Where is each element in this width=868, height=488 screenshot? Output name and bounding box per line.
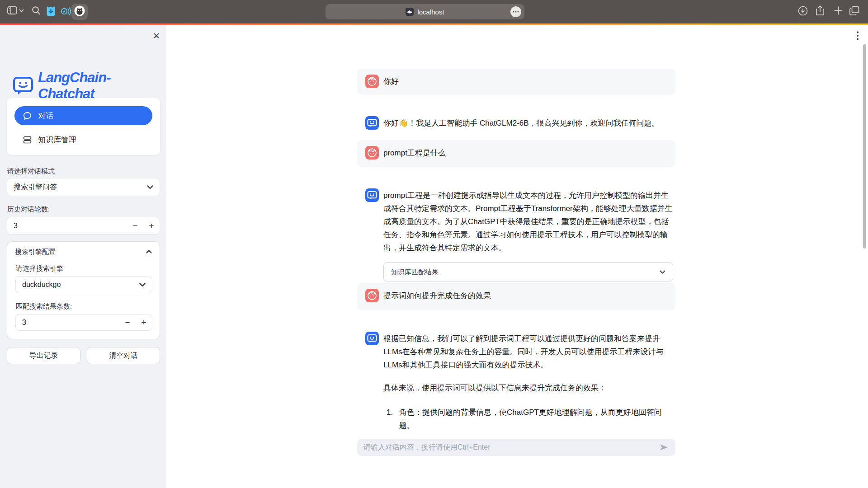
sidebar-chevron-icon[interactable] bbox=[19, 9, 24, 13]
export-records-button[interactable]: 导出记录 bbox=[7, 347, 80, 364]
kb-match-results-expander[interactable]: 知识库匹配结果 bbox=[383, 262, 673, 282]
nav-item-label: 知识库管理 bbox=[38, 135, 76, 145]
message-text: 提示词如何提升完成任务的效果 bbox=[383, 289, 491, 302]
chat-message-user: prompt工程是什么 bbox=[357, 140, 675, 167]
sidebar-toggle-icon[interactable] bbox=[7, 6, 17, 14]
nav-item-dialogue[interactable]: 对话 bbox=[14, 106, 152, 125]
result-count-label: 匹配搜索结果条数: bbox=[16, 302, 72, 311]
export-records-label: 导出记录 bbox=[29, 351, 58, 361]
send-button[interactable] bbox=[658, 442, 669, 452]
result-count-value: 3 bbox=[16, 319, 119, 327]
chevron-up-icon bbox=[146, 250, 152, 253]
message-text: 根据已知信息，我们可以了解到提示词工程可以通过提供更好的问题和答案来提升LLMs… bbox=[383, 332, 667, 371]
github-extension-button[interactable] bbox=[71, 4, 88, 20]
downloads-icon[interactable] bbox=[798, 6, 808, 16]
search-icon[interactable] bbox=[32, 6, 41, 15]
sidebar: ✕ LangChain-Chatchat 对话 知识库管理 请选择对话模式 搜索… bbox=[0, 25, 166, 488]
dialog-mode-value: 搜索引擎问答 bbox=[14, 183, 57, 192]
result-count-input[interactable]: 3 − + bbox=[15, 314, 152, 331]
chat-main-area: 你好 你好👋！我是人工智能助手 ChatGLM2-6B，很高兴见到你，欢迎问我任… bbox=[166, 25, 868, 488]
clear-dialogue-button[interactable]: 清空对话 bbox=[87, 347, 160, 364]
kb-match-results-label: 知识库匹配结果 bbox=[391, 268, 439, 277]
close-icon: ✕ bbox=[153, 31, 160, 41]
result-count-decrement-button[interactable]: − bbox=[119, 314, 136, 330]
user-avatar bbox=[365, 75, 379, 88]
chat-bubble-icon bbox=[23, 112, 32, 120]
search-engine-value: duckduckgo bbox=[22, 281, 61, 289]
user-avatar bbox=[365, 289, 379, 302]
chevron-down-icon bbox=[660, 270, 665, 274]
chat-message-user: 提示词如何提升完成任务的效果 bbox=[357, 283, 675, 310]
github-icon bbox=[74, 5, 85, 19]
history-rounds-decrement-button[interactable]: − bbox=[127, 217, 143, 234]
history-rounds-label: 历史对话轮数: bbox=[7, 205, 50, 214]
share-icon[interactable] bbox=[815, 5, 825, 17]
tab-overview-icon[interactable] bbox=[849, 6, 860, 16]
result-count-increment-button[interactable]: + bbox=[136, 314, 152, 330]
chat-input-box[interactable] bbox=[357, 439, 675, 456]
assistant-avatar bbox=[365, 188, 379, 202]
nav-item-label: 对话 bbox=[38, 111, 53, 121]
search-engine-config-expander: 搜索引擎配置 请选择搜索引擎 duckduckgo 匹配搜索结果条数: 3 − … bbox=[7, 241, 160, 339]
page-options-button[interactable] bbox=[510, 6, 521, 17]
search-engine-config-header[interactable]: 搜索引擎配置 bbox=[7, 242, 160, 262]
history-rounds-value: 3 bbox=[7, 222, 127, 230]
message-text: prompt工程是一种创建提示或指导以生成文本的过程，允许用户控制模型的输出并生… bbox=[383, 188, 673, 254]
dialog-mode-select[interactable]: 搜索引擎问答 bbox=[7, 178, 160, 196]
chat-message-assistant: prompt工程是一种创建提示或指导以生成文本的过程，允许用户控制模型的输出并生… bbox=[357, 183, 675, 288]
new-tab-icon[interactable] bbox=[834, 6, 843, 15]
message-list-intro: 具体来说，使用提示词可以提供以下信息来提升完成任务的效果： bbox=[383, 381, 667, 394]
dialog-mode-label: 请选择对话模式 bbox=[7, 167, 55, 176]
streamlit-menu-button[interactable] bbox=[852, 29, 863, 42]
database-icon bbox=[23, 136, 32, 144]
site-favicon bbox=[406, 8, 414, 16]
assistant-avatar bbox=[365, 332, 379, 345]
logo-chat-bubble-icon bbox=[13, 76, 33, 95]
browser-toolbar: localhost bbox=[0, 0, 868, 23]
history-rounds-increment-button[interactable]: + bbox=[143, 217, 160, 234]
message-text: 你好 bbox=[383, 75, 399, 88]
address-bar[interactable]: localhost bbox=[326, 4, 524, 19]
logo-text: LangChain-Chatchat bbox=[38, 70, 166, 102]
chevron-down-icon bbox=[139, 283, 146, 287]
search-engine-label: 请选择搜索引擎 bbox=[16, 264, 63, 273]
search-engine-select[interactable]: duckduckgo bbox=[15, 276, 152, 293]
nav-menu-card: 对话 知识库管理 bbox=[7, 98, 160, 155]
chat-input-field[interactable] bbox=[363, 443, 654, 451]
chat-message-user: 你好 bbox=[357, 69, 675, 95]
chat-message-assistant: 你好👋！我是人工智能助手 ChatGLM2-6B，很高兴见到你，欢迎问我任何问题… bbox=[357, 110, 675, 136]
message-text: 你好👋！我是人工智能助手 ChatGLM2-6B，很高兴见到你，欢迎问我任何问题… bbox=[383, 116, 660, 130]
chevron-down-icon bbox=[147, 185, 153, 189]
address-url: localhost bbox=[417, 8, 444, 16]
message-text: prompt工程是什么 bbox=[383, 146, 446, 160]
downloads-extension-icon[interactable] bbox=[45, 5, 57, 18]
app-logo: LangChain-Chatchat bbox=[13, 70, 166, 102]
user-avatar bbox=[365, 146, 379, 160]
chat-input-strip bbox=[166, 430, 868, 488]
sidebar-close-button[interactable]: ✕ bbox=[151, 30, 162, 42]
search-engine-config-title: 搜索引擎配置 bbox=[15, 248, 56, 256]
rings-extension-icon[interactable] bbox=[60, 5, 71, 17]
list-item: 角色：提供问题的背景信息，使ChatGPT更好地理解问题，从而更好地回答问题。 bbox=[395, 406, 667, 432]
history-rounds-input[interactable]: 3 − + bbox=[7, 217, 160, 235]
clear-dialogue-label: 清空对话 bbox=[109, 351, 138, 361]
nav-item-knowledge-base[interactable]: 知识库管理 bbox=[14, 131, 152, 149]
scrollbar-thumb[interactable] bbox=[863, 44, 866, 249]
assistant-avatar bbox=[365, 116, 379, 130]
